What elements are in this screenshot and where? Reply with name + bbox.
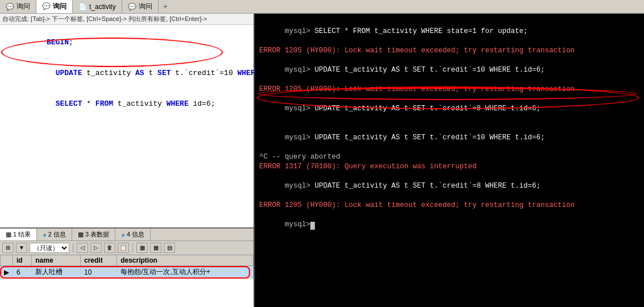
term-line-7: ^C -- query aborted — [259, 152, 639, 162]
col-header-description[interactable]: description — [117, 255, 254, 266]
term-line-1: mysql> SELECT * FROM t_activity WHERE st… — [259, 17, 639, 46]
tab-icon-3: 📄 — [78, 3, 87, 11]
result-tab-4[interactable]: ● 4 信息 — [115, 229, 151, 240]
toolbar-btn-delete[interactable]: 🗑 — [104, 243, 115, 253]
toolbar-divider-2 — [132, 243, 133, 252]
tab-tactivity[interactable]: 📄 t_activity — [73, 0, 122, 13]
term-line-3: mysql> UPDATE t_activity AS t SET t.`cre… — [259, 56, 639, 85]
autocomplete-hint: 自动完成: [Tab]-> 下一个标签, [Ctrl+Space]-> 列出所有… — [0, 14, 254, 25]
sql-line-3: SELECT * FROM t_activity WHERE id=6; — [2, 89, 251, 119]
readonly-select[interactable]: （只读） — [30, 243, 69, 253]
tab-icon-2: 💬 — [42, 2, 51, 10]
cell-name: 新人吐槽 — [32, 266, 81, 279]
toolbar-btn-1[interactable]: ◁ — [77, 243, 88, 253]
main-content: 自动完成: [Tab]-> 下一个标签, [Ctrl+Space]-> 列出所有… — [0, 14, 644, 307]
sql-line-2: UPDATE t_activity AS t SET t.`credit`=10… — [2, 58, 251, 89]
result-tab-3[interactable]: ▦ 3 表数据 — [72, 229, 115, 240]
row-indicator-header — [1, 255, 13, 266]
tab-bar: 💬 询问 💬 询问 📄 t_activity 💬 询问 + — [0, 0, 644, 14]
result-toolbar: ⊞ ▼ （只读） ◁ ▷ 🗑 📋 ▦ ▦ ▤ — [0, 241, 254, 255]
cell-description: 每抱怨/互动一次,互动人积分+ — [117, 266, 254, 279]
sql-editor[interactable]: BEGIN; UPDATE t_activity AS t SET t.`cre… — [0, 25, 254, 227]
toolbar-btn-grid1[interactable]: ▦ — [136, 243, 148, 253]
tab-label-3: t_activity — [89, 3, 116, 11]
toolbar-divider-1 — [73, 243, 73, 252]
term-line-4: ERROR 1205 (HY000): Lock wait timeout ex… — [259, 85, 639, 94]
terminal-cursor — [310, 222, 315, 230]
bottom-panel: ▦ 1 结果 ● 2 信息 ▦ 3 表数据 ● 4 信息 ⊞ ▼ — [0, 227, 254, 307]
result-tab-label-2: 2 信息 — [48, 230, 66, 239]
result-tab-icon-4: ● — [121, 231, 125, 238]
tab-label-1: 询问 — [16, 2, 30, 11]
term-line-8: ERROR 1317 (70100): Query execution was … — [259, 162, 639, 172]
data-table-wrapper: id name credit description ▶ 6 新人吐槽 10 每 — [0, 255, 254, 307]
term-line-6: mysql> UPDATE t_activity AS t SET t.`cre… — [259, 123, 639, 152]
tab-label-2: 询问 — [53, 2, 67, 11]
result-tab-icon-2: ● — [43, 231, 47, 238]
result-tab-2[interactable]: ● 2 信息 — [37, 229, 72, 240]
col-header-credit[interactable]: credit — [80, 255, 117, 266]
tab-icon-4: 💬 — [128, 3, 136, 11]
toolbar-btn-list[interactable]: ▤ — [164, 243, 175, 253]
toolbar-btn-copy[interactable]: 📋 — [118, 243, 129, 253]
tab-query1[interactable]: 💬 询问 — [0, 0, 36, 13]
toolbar-btn-2[interactable]: ▷ — [90, 243, 102, 253]
result-tab-icon-3: ▦ — [78, 231, 84, 238]
table-row[interactable]: ▶ 6 新人吐槽 10 每抱怨/互动一次,互动人积分+ — [1, 266, 254, 279]
toolbar-dropdown-btn[interactable]: ▼ — [16, 243, 27, 253]
col-header-name[interactable]: name — [32, 255, 81, 266]
result-tab-icon-1: ▦ — [6, 231, 11, 238]
tab-query3[interactable]: 💬 询问 — [122, 0, 159, 13]
result-tab-label-1: 1 结果 — [13, 230, 31, 239]
left-panel: 自动完成: [Tab]-> 下一个标签, [Ctrl+Space]-> 列出所有… — [0, 14, 255, 307]
term-line-10: ERROR 1205 (HY000): Lock wait timeout ex… — [259, 201, 639, 210]
add-tab-button[interactable]: + — [159, 0, 172, 13]
col-header-id[interactable]: id — [13, 255, 32, 266]
tab-icon-1: 💬 — [6, 3, 14, 11]
table-header-row: id name credit description — [1, 255, 254, 266]
toolbar-btn-grid2[interactable]: ▦ — [150, 243, 161, 253]
tab-query2[interactable]: 💬 询问 — [36, 0, 73, 13]
tab-label-4: 询问 — [139, 2, 152, 11]
data-table: id name credit description ▶ 6 新人吐槽 10 每 — [0, 255, 254, 279]
result-tab-1[interactable]: ▦ 1 结果 — [0, 229, 37, 240]
terminal-panel[interactable]: mysql> SELECT * FROM t_activity WHERE st… — [255, 14, 644, 307]
result-tab-label-4: 4 信息 — [127, 230, 144, 239]
toolbar-grid-btn[interactable]: ⊞ — [2, 243, 14, 253]
term-line-2: ERROR 1205 (HY000): Lock wait timeout ex… — [259, 46, 639, 56]
sql-line-1: BEGIN; — [2, 27, 251, 58]
term-line-11: mysql> — [259, 210, 639, 239]
result-tabs: ▦ 1 结果 ● 2 信息 ▦ 3 表数据 ● 4 信息 — [0, 229, 254, 241]
term-line-5: mysql> UPDATE t_activity AS t SET t.`cre… — [259, 94, 639, 123]
row-indicator: ▶ — [1, 266, 13, 279]
term-line-9: mysql> UPDATE t_activity AS t SET t.`cre… — [259, 172, 639, 201]
editor-area: 自动完成: [Tab]-> 下一个标签, [Ctrl+Space]-> 列出所有… — [0, 14, 254, 227]
sql-keyword-begin: BEGIN — [47, 38, 69, 47]
result-tab-label-3: 3 表数据 — [85, 230, 109, 239]
cell-credit: 10 — [80, 266, 117, 279]
cell-id: 6 — [13, 266, 32, 279]
